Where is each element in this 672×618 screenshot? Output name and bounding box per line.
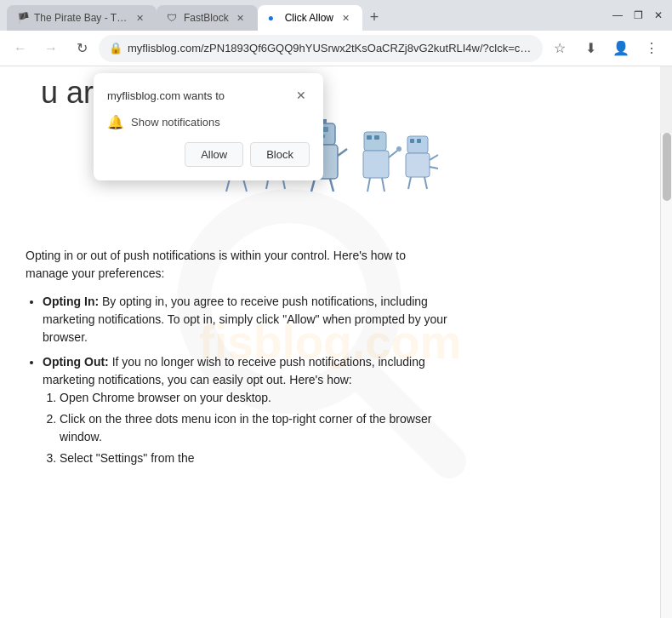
svg-line-47	[424, 177, 427, 189]
svg-rect-41	[410, 139, 414, 143]
tab-piratebay[interactable]: 🏴 The Pirate Bay - The ga ✕	[7, 5, 157, 31]
popup-header: myflisblog.com wants to ✕	[107, 87, 310, 104]
tab-label-2: FastBlock	[184, 12, 229, 24]
svg-rect-35	[363, 151, 389, 178]
tab-close-3[interactable]: ✕	[339, 11, 352, 25]
menu-button[interactable]: ⋮	[638, 35, 665, 62]
svg-line-28	[311, 179, 315, 192]
svg-line-9	[243, 179, 247, 192]
toolbar: ← → ↻ 🔒 myflisblog.com/zPN1893Qf6GQQ9hYU…	[0, 31, 672, 66]
numbered-list: Open Chrome browser on your desktop. Cli…	[43, 389, 451, 467]
close-button[interactable]: ✕	[652, 9, 665, 22]
svg-line-27	[338, 149, 347, 156]
tab-label-3: Click Allow	[285, 12, 333, 24]
svg-line-39	[382, 178, 384, 192]
svg-line-38	[367, 178, 370, 192]
tab-favicon-1: 🏴	[17, 12, 29, 24]
svg-rect-32	[364, 132, 386, 151]
forward-button[interactable]: →	[37, 35, 65, 62]
restore-button[interactable]: ❐	[631, 9, 645, 22]
titlebar: 🏴 The Pirate Bay - The ga ✕ 🛡 FastBlock …	[0, 0, 672, 31]
minimize-button[interactable]: —	[611, 9, 624, 22]
tab-close-2[interactable]: ✕	[234, 11, 248, 25]
lock-icon: 🔒	[109, 42, 122, 54]
body-text: Opting in or out of push notifications i…	[26, 247, 451, 467]
step-3: Select "Settings" from the	[60, 449, 451, 467]
browser-content: fisblog.com myflisblog.com wants to ✕ 🔔 …	[0, 66, 672, 618]
popup-title: myflisblog.com wants to	[107, 89, 225, 102]
notification-label: Show notifications	[131, 116, 220, 129]
tab-label-1: The Pirate Bay - The ga	[34, 12, 128, 24]
svg-rect-42	[417, 139, 421, 143]
back-button[interactable]: ←	[7, 35, 34, 62]
svg-line-29	[330, 179, 333, 192]
reload-button[interactable]: ↻	[68, 35, 95, 62]
step-2: Click on the three dots menu icon in the…	[60, 410, 451, 446]
block-button[interactable]: Block	[250, 142, 310, 167]
bullet-item-1: Opting In: By opting in, you agree to re…	[43, 293, 451, 346]
page-content-area: fisblog.com myflisblog.com wants to ✕ 🔔 …	[0, 66, 660, 618]
notification-row: 🔔 Show notifications	[107, 114, 310, 130]
svg-line-44	[430, 155, 438, 160]
tab-fastblock[interactable]: 🛡 FastBlock ✕	[157, 5, 258, 31]
popup-buttons: Allow Block	[107, 142, 310, 167]
tab-favicon-3: ●	[268, 12, 280, 24]
scrollbar-thumb[interactable]	[663, 133, 671, 201]
allow-button[interactable]: Allow	[185, 142, 243, 167]
scrollbar[interactable]	[660, 133, 672, 618]
svg-line-36	[389, 151, 397, 157]
tabs-container: 🏴 The Pirate Bay - The ga ✕ 🛡 FastBlock …	[7, 0, 607, 31]
bullet-1-text: By opting in, you agree to receive push …	[43, 295, 447, 344]
tab-favicon-2: 🛡	[167, 12, 179, 24]
bullet-list: Opting In: By opting in, you agree to re…	[26, 293, 451, 467]
tab-clickallow[interactable]: ● Click Allow ✕	[258, 5, 362, 31]
bullet-2-bold: Opting Out:	[43, 355, 109, 369]
svg-line-8	[226, 179, 230, 192]
window-controls: — ❐ ✕	[611, 9, 665, 22]
address-text: myflisblog.com/zPN1893Qf6GQQ9hYUSrwx2tKs…	[128, 42, 532, 54]
svg-rect-43	[406, 153, 430, 177]
bullet-1-bold: Opting In:	[43, 295, 99, 308]
profile-button[interactable]: 👤	[607, 35, 635, 62]
svg-rect-34	[374, 135, 379, 140]
svg-point-37	[396, 146, 401, 152]
popup-close-button[interactable]: ✕	[293, 87, 310, 104]
bullet-item-2: Opting Out: If you no longer wish to rec…	[43, 353, 451, 467]
bell-icon: 🔔	[107, 114, 124, 130]
svg-line-45	[430, 167, 438, 169]
download-button[interactable]: ⬇	[577, 35, 604, 62]
svg-rect-33	[367, 135, 372, 140]
body-intro: Opting in or out of push notifications i…	[26, 247, 451, 283]
tab-close-1[interactable]: ✕	[133, 11, 146, 25]
bookmark-button[interactable]: ☆	[546, 35, 573, 62]
new-tab-button[interactable]: +	[362, 5, 386, 29]
step-1: Open Chrome browser on your desktop.	[60, 389, 451, 407]
address-bar[interactable]: 🔒 myflisblog.com/zPN1893Qf6GQQ9hYUSrwx2t…	[99, 35, 543, 62]
svg-line-46	[408, 177, 411, 189]
notification-popup: myflisblog.com wants to ✕ 🔔 Show notific…	[94, 73, 323, 180]
